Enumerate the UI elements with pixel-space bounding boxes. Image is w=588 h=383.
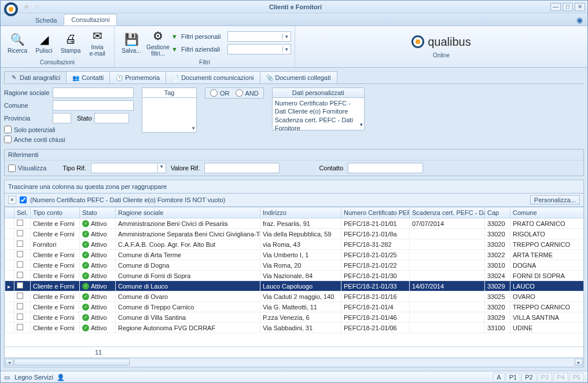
visualizza-checkbox[interactable]: Visualizza <box>8 165 46 172</box>
col-cap[interactable]: Cap <box>485 207 510 218</box>
stampa-button[interactable]: 🖨Stampa <box>57 27 84 59</box>
salva-button[interactable]: 💾Salva... <box>118 27 145 59</box>
invia-email-button[interactable]: ✉Invia e-mail <box>84 27 111 59</box>
maximize-button[interactable]: □ <box>563 3 573 11</box>
gestione-filtri-button[interactable]: ⚙Gestione filtri... <box>145 27 171 59</box>
solo-potenziali-checkbox[interactable]: Solo potenziali <box>4 126 134 133</box>
row-checkbox[interactable] <box>17 240 23 247</box>
page-button-P2[interactable]: P2 <box>521 373 536 382</box>
table-row[interactable]: Fornitori✓AttivoC.A.F.A.B. Coop. Agr. Fo… <box>5 239 585 250</box>
anche-conti-chiusi-checkbox[interactable]: Anche conti chiusi <box>4 136 134 143</box>
row-checkbox[interactable] <box>17 303 23 309</box>
col-indirizzo[interactable]: Indirizzo <box>260 207 341 218</box>
row-checkbox[interactable] <box>17 251 23 257</box>
ragione-sociale-input[interactable] <box>53 87 134 98</box>
close-button[interactable]: ✕ <box>575 3 585 11</box>
row-indicator-icon <box>8 261 14 268</box>
cell-stato: ✓Attivo <box>82 241 113 248</box>
check-circle-icon: ✓ <box>82 293 89 300</box>
table-row[interactable]: Cliente e Forni✓AttivoComune di DognaVia… <box>5 260 585 271</box>
tab-scheda[interactable]: Scheda <box>28 15 64 25</box>
col-scadenza[interactable]: Scadenza cert. PEFC - Dati For <box>410 207 485 218</box>
subtab-promemoria[interactable]: 🕐Promemoria <box>109 71 166 83</box>
row-checkbox[interactable] <box>17 324 23 330</box>
cell-comune: LAUCO <box>510 281 585 291</box>
stato-input[interactable] <box>94 113 129 123</box>
row-checkbox[interactable] <box>17 313 23 320</box>
clear-filter-button[interactable]: ✕ <box>8 196 16 204</box>
subtab-documenti-comunicazioni[interactable]: 📄Documenti comunicazioni <box>166 71 260 83</box>
col-comune[interactable]: Comune <box>510 207 585 218</box>
cell-stato: ✓Attivo <box>82 314 113 321</box>
cell-comune: TREPPO CARNICO <box>510 302 585 312</box>
help-icon[interactable]: ◉ <box>575 14 584 25</box>
cell-scadenza: 07/07/2014 <box>410 218 485 229</box>
subtab-contatti[interactable]: 👥Contatti <box>66 71 110 83</box>
contatto-input[interactable] <box>348 163 423 173</box>
horizontal-scrollbar[interactable]: ◂ ▸ <box>4 358 584 367</box>
table-row[interactable]: Cliente e Forni✓AttivoRegione Autonoma F… <box>5 323 585 333</box>
personalizza-button[interactable]: Personalizza... <box>530 195 580 205</box>
pulisci-button[interactable]: ◢Pulisci <box>31 27 57 59</box>
subtab-dati-anagrafici[interactable]: ✎Dati anagrafici <box>4 71 67 83</box>
filter-enabled-checkbox[interactable] <box>20 196 27 203</box>
star-outline-icon[interactable]: ☆ <box>34 2 41 11</box>
scroll-right-button[interactable]: ▸ <box>575 359 583 366</box>
cell-indirizzo: fraz. Pesariis, 91 <box>260 218 341 229</box>
col-tipo[interactable]: Tipo conto <box>31 207 80 218</box>
cell-scadenza <box>410 260 485 271</box>
tipo-rif-combo[interactable]: ▾ <box>91 163 166 173</box>
tag-listbox[interactable]: Tag ▾ <box>142 87 197 133</box>
row-checkbox[interactable] <box>17 293 23 299</box>
page-button-P4[interactable]: P4 <box>553 373 568 382</box>
cell-cert: PEFC/18-21-01/25 <box>341 250 410 260</box>
table-row[interactable]: Cliente e Forni✓AttivoComune di Treppo C… <box>5 302 585 312</box>
valore-rif-input[interactable] <box>204 163 280 173</box>
page-button-A[interactable]: A <box>493 373 504 382</box>
filtri-personali-combo[interactable]: ▾ <box>227 31 291 42</box>
col-stato[interactable]: Stato <box>80 207 116 218</box>
scroll-left-button[interactable]: ◂ <box>5 359 13 366</box>
table-row[interactable]: Cliente e Forni✓AttivoAmministrazione Be… <box>5 218 585 229</box>
table-row[interactable]: Cliente e Forni✓AttivoComune di LaucoLau… <box>5 281 585 291</box>
row-count: 11 <box>95 349 102 356</box>
svg-point-2 <box>9 7 13 12</box>
page-button-P5[interactable]: P5 <box>569 373 584 382</box>
row-indicator-icon <box>8 240 14 247</box>
comune-input[interactable] <box>53 100 134 111</box>
table-row[interactable]: Cliente e Forni✓AttivoComune di Villa Sa… <box>5 312 585 323</box>
window-title: Clienti e Fornitori <box>42 3 549 10</box>
ricerca-button[interactable]: 🔍Ricerca <box>4 27 31 59</box>
filtri-aziendali-combo[interactable]: ▾ <box>227 44 291 54</box>
page-button-P1[interactable]: P1 <box>506 373 520 382</box>
minimize-button[interactable]: — <box>550 3 561 11</box>
check-circle-icon: ✓ <box>82 262 89 269</box>
row-checkbox[interactable] <box>17 220 23 226</box>
col-sel[interactable]: Sel. <box>14 207 31 218</box>
star-icon[interactable]: ★ <box>23 2 30 11</box>
dati-personalizzati-box[interactable]: Dati personalizzati Numero Certificato P… <box>272 87 365 130</box>
col-cert[interactable]: Numero Certificato PEFC - D ▲ <box>341 207 410 218</box>
scroll-thumb[interactable] <box>14 359 130 366</box>
cell-cap: 33020 <box>485 239 510 250</box>
col-ragione[interactable]: Ragione sociale <box>116 207 260 218</box>
table-row[interactable]: Cliente e Forni✓AttivoComune di OvaroVia… <box>5 291 585 302</box>
or-radio[interactable]: OR <box>210 89 230 97</box>
tab-consultazioni[interactable]: Consultazioni <box>64 14 117 25</box>
cell-ragione: Comune di Dogna <box>116 260 260 271</box>
and-radio[interactable]: AND <box>236 89 259 97</box>
provincia-input[interactable] <box>53 113 71 123</box>
cell-ragione: Comune di Forni di Sopra <box>116 271 260 281</box>
row-checkbox[interactable] <box>17 282 23 289</box>
table-row[interactable]: Cliente e Forni✓AttivoComune di Forni di… <box>5 271 585 281</box>
row-checkbox[interactable] <box>17 272 23 278</box>
page-button-P3[interactable]: P3 <box>538 373 552 382</box>
row-checkbox[interactable] <box>17 230 23 236</box>
table-row[interactable]: Cliente e Forni✓AttivoComune di Arta Ter… <box>5 250 585 260</box>
subtab-documenti-collegati[interactable]: 📎Documenti collegati <box>260 71 337 83</box>
col-indicator[interactable] <box>5 207 14 218</box>
cell-ragione: Comune di Ovaro <box>116 291 260 302</box>
group-by-bar[interactable]: Trascinare una colonna su questa zona pe… <box>4 180 584 194</box>
table-row[interactable]: Cliente e Forni✓AttivoAmministrazione Se… <box>5 229 585 239</box>
row-checkbox[interactable] <box>17 261 23 268</box>
